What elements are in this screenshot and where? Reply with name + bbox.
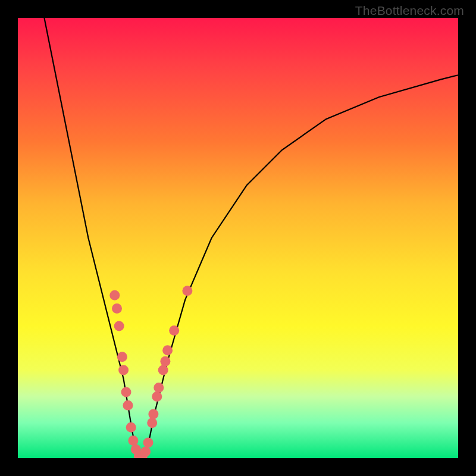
data-marker	[117, 352, 127, 362]
data-marker	[148, 409, 158, 419]
data-marker	[121, 387, 131, 397]
data-marker	[147, 418, 157, 428]
chart-frame: TheBottleneck.com	[0, 0, 476, 476]
bottleneck-curve	[44, 18, 458, 458]
data-marker	[169, 325, 179, 336]
data-marker	[143, 438, 154, 448]
data-marker	[114, 321, 124, 331]
curve-layer	[18, 18, 458, 458]
data-marker	[140, 446, 151, 456]
data-marker	[118, 365, 129, 375]
watermark-text: TheBottleneck.com	[355, 4, 464, 18]
data-marker	[158, 365, 168, 375]
plot-area	[18, 18, 458, 458]
data-marker	[123, 400, 133, 411]
data-marker	[109, 290, 120, 300]
data-marker	[126, 422, 136, 433]
data-marker	[128, 436, 138, 446]
data-marker	[160, 356, 170, 367]
data-marker	[182, 286, 192, 296]
data-marker	[152, 392, 162, 402]
data-marker	[154, 383, 164, 393]
data-marker	[112, 303, 122, 314]
data-marker	[162, 345, 173, 355]
